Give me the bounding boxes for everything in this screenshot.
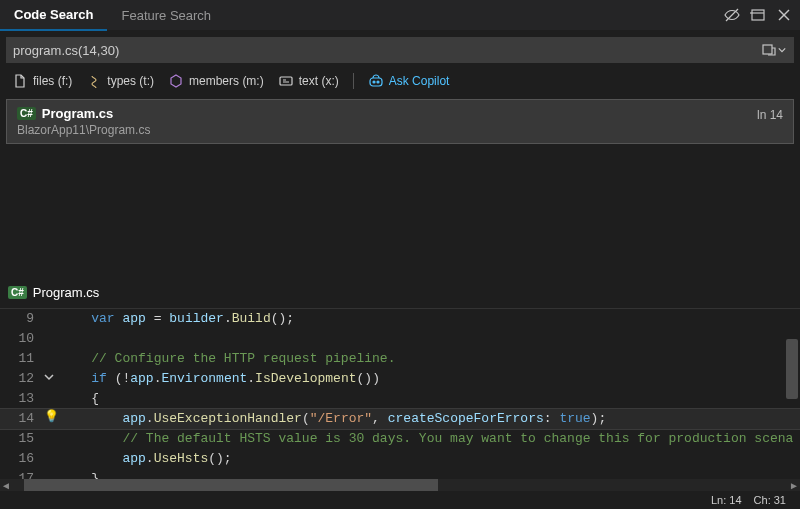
csharp-icon: C# bbox=[8, 286, 27, 299]
filter-files-label: files (f:) bbox=[33, 74, 72, 88]
fold-gutter bbox=[44, 329, 60, 349]
code-text[interactable]: // The default HSTS value is 30 days. Yo… bbox=[60, 429, 800, 449]
horizontal-scrollbar[interactable]: ◄ ► bbox=[0, 479, 800, 491]
filter-members-label: members (m:) bbox=[189, 74, 264, 88]
filter-types[interactable]: types (t:) bbox=[86, 73, 154, 89]
code-text[interactable]: var app = builder.Build(); bbox=[60, 309, 800, 329]
fold-gutter[interactable] bbox=[44, 369, 60, 389]
svg-point-8 bbox=[373, 81, 375, 83]
filter-types-label: types (t:) bbox=[107, 74, 154, 88]
result-filename: Program.cs bbox=[42, 106, 114, 121]
code-line[interactable]: 9 var app = builder.Build(); bbox=[0, 309, 800, 329]
line-number: 14 bbox=[0, 409, 44, 429]
fold-gutter bbox=[44, 429, 60, 449]
editor-tab-label: Program.cs bbox=[33, 285, 99, 300]
scroll-left-icon[interactable]: ◄ bbox=[0, 480, 12, 491]
scroll-right-icon[interactable]: ► bbox=[788, 480, 800, 491]
search-dropdown-icon[interactable] bbox=[761, 42, 777, 58]
fold-gutter bbox=[44, 349, 60, 369]
close-icon[interactable] bbox=[776, 7, 792, 23]
filter-files[interactable]: files (f:) bbox=[12, 73, 72, 89]
filter-members[interactable]: members (m:) bbox=[168, 73, 264, 89]
line-number: 15 bbox=[0, 429, 44, 449]
fold-gutter bbox=[44, 449, 60, 469]
editor[interactable]: 9 var app = builder.Build();10 11 // Con… bbox=[0, 308, 800, 481]
code-line[interactable]: 12 if (!app.Environment.IsDevelopment()) bbox=[0, 369, 800, 389]
titlebar: Code Search Feature Search bbox=[0, 0, 800, 31]
search-input-container bbox=[6, 37, 794, 63]
code-text[interactable]: app.UseExceptionHandler("/Error", create… bbox=[60, 409, 800, 429]
code-text[interactable]: { bbox=[60, 389, 800, 409]
code-text[interactable] bbox=[60, 329, 800, 349]
status-col[interactable]: Ch: 31 bbox=[754, 494, 786, 506]
line-number: 12 bbox=[0, 369, 44, 389]
code-line[interactable]: 15 // The default HSTS value is 30 days.… bbox=[0, 429, 800, 449]
filter-text-label: text (x:) bbox=[299, 74, 339, 88]
code-line[interactable]: 11 // Configure the HTTP request pipelin… bbox=[0, 349, 800, 369]
editor-tab[interactable]: C# Program.cs bbox=[8, 285, 99, 300]
editor-tabbar: C# Program.cs bbox=[0, 276, 800, 308]
status-bar: Ln: 14 Ch: 31 bbox=[0, 491, 800, 509]
code-line[interactable]: 10 bbox=[0, 329, 800, 349]
separator bbox=[353, 73, 354, 89]
fold-gutter bbox=[44, 389, 60, 409]
code-text[interactable]: // Configure the HTTP request pipeline. bbox=[60, 349, 800, 369]
filter-text[interactable]: text (x:) bbox=[278, 73, 339, 89]
line-number: 13 bbox=[0, 389, 44, 409]
horizontal-scrollbar-thumb[interactable] bbox=[24, 479, 438, 491]
lightbulb-icon[interactable]: 💡 bbox=[44, 409, 59, 423]
result-line-label: ln 14 bbox=[757, 106, 783, 122]
svg-point-9 bbox=[377, 81, 379, 83]
filter-bar: files (f:) types (t:) members (m:) text … bbox=[0, 67, 800, 97]
vertical-scrollbar-thumb[interactable] bbox=[786, 339, 798, 399]
code-line[interactable]: 13 { bbox=[0, 389, 800, 409]
fold-gutter bbox=[44, 309, 60, 329]
svg-rect-5 bbox=[763, 45, 772, 54]
search-input[interactable] bbox=[13, 43, 761, 58]
svg-rect-7 bbox=[370, 78, 382, 86]
chevron-down-icon[interactable] bbox=[777, 42, 787, 58]
code-line[interactable]: 14 app.UseExceptionHandler("/Error", cre… bbox=[0, 409, 800, 429]
search-result[interactable]: C# Program.cs BlazorApp11\Program.cs ln … bbox=[6, 99, 794, 144]
ask-copilot[interactable]: Ask Copilot bbox=[368, 73, 450, 89]
code-line[interactable]: 16 app.UseHsts(); bbox=[0, 449, 800, 469]
code-text[interactable]: app.UseHsts(); bbox=[60, 449, 800, 469]
preview-off-icon[interactable] bbox=[724, 7, 740, 23]
svg-rect-6 bbox=[280, 77, 292, 85]
svg-rect-1 bbox=[752, 10, 764, 20]
status-line[interactable]: Ln: 14 bbox=[711, 494, 742, 506]
dock-icon[interactable] bbox=[750, 7, 766, 23]
code-text[interactable]: if (!app.Environment.IsDevelopment()) bbox=[60, 369, 800, 389]
ask-copilot-label: Ask Copilot bbox=[389, 74, 450, 88]
tab-feature-search[interactable]: Feature Search bbox=[107, 1, 225, 30]
line-number: 11 bbox=[0, 349, 44, 369]
line-number: 10 bbox=[0, 329, 44, 349]
line-number: 9 bbox=[0, 309, 44, 329]
result-path: BlazorApp11\Program.cs bbox=[17, 123, 757, 137]
tab-code-search[interactable]: Code Search bbox=[0, 0, 107, 31]
csharp-icon: C# bbox=[17, 107, 36, 120]
line-number: 16 bbox=[0, 449, 44, 469]
